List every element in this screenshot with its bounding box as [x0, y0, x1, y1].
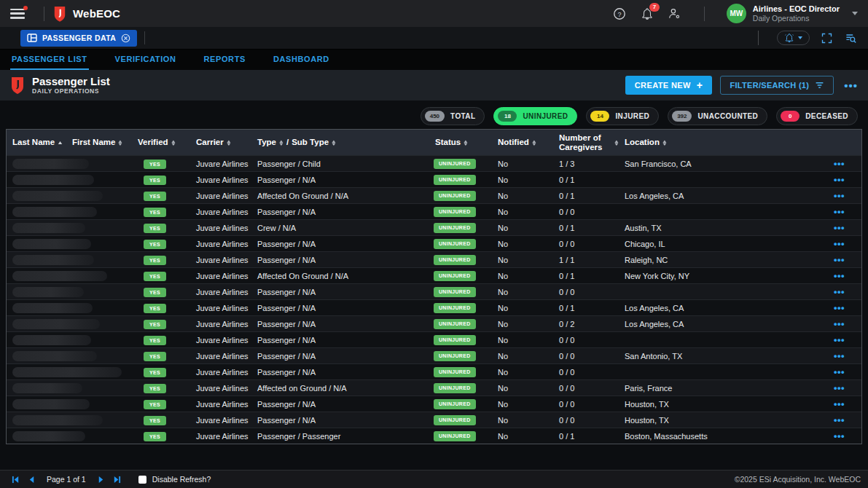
notifications-bell-icon[interactable]: 7 [640, 7, 654, 21]
next-page-button[interactable] [93, 473, 109, 485]
table-row[interactable]: YESJuvare AirlinesPassenger / ChildUNINJ… [7, 155, 861, 171]
more-options-icon[interactable]: ••• [844, 79, 858, 92]
col-status-label: Status [435, 138, 461, 147]
row-actions-icon[interactable]: ••• [829, 318, 861, 329]
user-menu[interactable]: MW Airlines - EOC Director Daily Operati… [727, 4, 858, 23]
table-row[interactable]: YESJuvare AirlinesPassenger / N/AUNINJUR… [7, 251, 861, 267]
status-badge: UNINJURED [434, 159, 476, 169]
table-row[interactable]: YESJuvare AirlinesAffected on Ground / N… [7, 379, 861, 395]
cell-carrier: Juvare Airlines [190, 208, 251, 216]
summary-pill-deceased[interactable]: 0DECEASED [776, 107, 858, 125]
cell-caregivers: 0 / 1 [553, 304, 619, 312]
cell-type-subtype: Passenger / N/A [251, 256, 429, 264]
table-row[interactable]: YESJuvare AirlinesPassenger / N/AUNINJUR… [7, 299, 861, 315]
row-actions-icon[interactable]: ••• [829, 302, 861, 313]
close-icon[interactable] [121, 34, 130, 43]
page-header: Passenger List DAILY OPERATIONS CREATE N… [0, 70, 868, 101]
col-type-subtype[interactable]: Type ▲▼ / Sub Type ▲▼ [251, 138, 429, 147]
verified-badge: YES [144, 176, 166, 185]
row-actions-icon[interactable]: ••• [829, 174, 861, 185]
summary-pill-injured[interactable]: 14INJURED [586, 107, 659, 125]
tab-reports[interactable]: REPORTS [203, 50, 247, 70]
cell-verified: YES [132, 415, 190, 425]
row-actions-icon[interactable]: ••• [829, 158, 861, 169]
fullscreen-icon[interactable] [819, 31, 834, 45]
tab-passenger-list[interactable]: PASSENGER LIST [10, 50, 89, 70]
cell-caregivers: 0 / 0 [553, 208, 619, 216]
row-actions-icon[interactable]: ••• [829, 366, 861, 377]
menu-icon[interactable] [10, 9, 25, 19]
summary-pill-total[interactable]: 450TOTAL [421, 107, 485, 125]
col-location[interactable]: Location ▲▼ [619, 138, 829, 147]
table-row[interactable]: YESJuvare AirlinesCrew / N/AUNINJUREDNo0… [7, 219, 861, 235]
user-admin-icon[interactable] [668, 7, 682, 21]
table-row[interactable]: YESJuvare AirlinesPassenger / N/AUNINJUR… [7, 171, 861, 187]
col-status[interactable]: Status ▲▼ [429, 138, 492, 147]
table-row[interactable]: YESJuvare AirlinesPassenger / N/AUNINJUR… [7, 331, 861, 347]
board-tab-label: PASSENGER DATA [42, 34, 116, 42]
table-row[interactable]: YESJuvare AirlinesPassenger / N/AUNINJUR… [7, 315, 861, 331]
cell-status: UNINJURED [429, 302, 492, 313]
col-first-name[interactable]: First Name ▲▼ [66, 138, 132, 147]
filter-icon [815, 81, 824, 90]
row-actions-icon[interactable]: ••• [829, 398, 861, 409]
table-row[interactable]: YESJuvare AirlinesPassenger / N/AUNINJUR… [7, 203, 861, 219]
row-actions-icon[interactable]: ••• [829, 238, 861, 249]
row-actions-icon[interactable]: ••• [829, 222, 861, 233]
disable-refresh-label: Disable Refresh? [152, 475, 211, 484]
create-new-button[interactable]: CREATE NEW + [625, 76, 713, 95]
row-actions-icon[interactable]: ••• [829, 334, 861, 345]
table-row[interactable]: YESJuvare AirlinesPassenger / PassengerU… [7, 428, 861, 444]
table-row[interactable]: YESJuvare AirlinesAffected On Ground / N… [7, 267, 861, 283]
col-notified[interactable]: Notified ▲▼ [492, 138, 553, 147]
status-badge: UNINJURED [434, 399, 476, 409]
summary-label: UNACCOUNTED [697, 112, 758, 120]
status-badge: UNINJURED [434, 223, 476, 233]
row-actions-icon[interactable]: ••• [829, 190, 861, 201]
table-row[interactable]: YESJuvare AirlinesPassenger / N/AUNINJUR… [7, 235, 861, 251]
table-row[interactable]: YESJuvare AirlinesPassenger / N/AUNINJUR… [7, 283, 861, 299]
verified-badge: YES [144, 352, 166, 361]
cell-verified: YES [132, 223, 190, 233]
row-actions-icon[interactable]: ••• [829, 270, 861, 281]
cell-location: New York City, NY [619, 272, 829, 280]
row-actions-icon[interactable]: ••• [829, 286, 861, 297]
last-page-button[interactable] [109, 473, 125, 485]
col-last-name[interactable]: Last Name ▲ [7, 138, 66, 147]
table-row[interactable]: YESJuvare AirlinesAffected On Ground / N… [7, 187, 861, 203]
pagination-footer: Page 1 of 1 Disable Refresh? ©2025 ESi A… [0, 470, 868, 488]
table-row[interactable]: YESJuvare AirlinesPassenger / N/AUNINJUR… [7, 412, 861, 428]
col-carrier[interactable]: Carrier ▲▼ [190, 138, 251, 147]
cell-caregivers: 1 / 3 [553, 160, 619, 168]
board-tab-passenger-data[interactable]: PASSENGER DATA [20, 30, 137, 47]
table-row[interactable]: YESJuvare AirlinesPassenger / N/AUNINJUR… [7, 347, 861, 363]
disable-refresh-checkbox[interactable] [138, 476, 146, 484]
board-alerts-dropdown[interactable] [777, 31, 810, 45]
tab-dashboard[interactable]: DASHBOARD [272, 50, 331, 70]
filter-search-button[interactable]: FILTER/SEARCH (1) [720, 76, 834, 95]
tab-verification[interactable]: VERIFICATION [114, 50, 178, 70]
search-list-icon[interactable] [843, 31, 858, 45]
cell-verified: YES [132, 319, 190, 329]
row-actions-icon[interactable]: ••• [829, 206, 861, 217]
row-actions-icon[interactable]: ••• [829, 382, 861, 393]
cell-notified: No [492, 400, 553, 409]
cell-notified: No [492, 384, 553, 393]
previous-page-button[interactable] [23, 473, 39, 485]
cell-notified: No [492, 416, 553, 425]
row-actions-icon[interactable]: ••• [829, 350, 861, 361]
first-page-button[interactable] [7, 473, 23, 485]
col-verified[interactable]: Verified ▲▼ [132, 138, 190, 147]
juvare-logo-icon [53, 6, 66, 22]
summary-pill-uninjured[interactable]: 18UNINJURED [493, 107, 577, 125]
row-actions-icon[interactable]: ••• [829, 254, 861, 265]
row-actions-icon[interactable]: ••• [829, 430, 861, 441]
table-row[interactable]: YESJuvare AirlinesPassenger / N/AUNINJUR… [7, 395, 861, 412]
row-actions-icon[interactable]: ••• [829, 414, 861, 425]
status-badge: UNINJURED [434, 255, 476, 265]
sort-icon: ▲▼ [464, 140, 468, 146]
table-row[interactable]: YESJuvare AirlinesPassenger / N/AUNINJUR… [7, 363, 861, 379]
summary-pill-unaccounted[interactable]: 392UNACCOUNTED [668, 107, 767, 125]
help-icon[interactable]: ? [612, 7, 627, 21]
col-caregivers[interactable]: Number of Caregivers ▲▼ [553, 133, 619, 152]
